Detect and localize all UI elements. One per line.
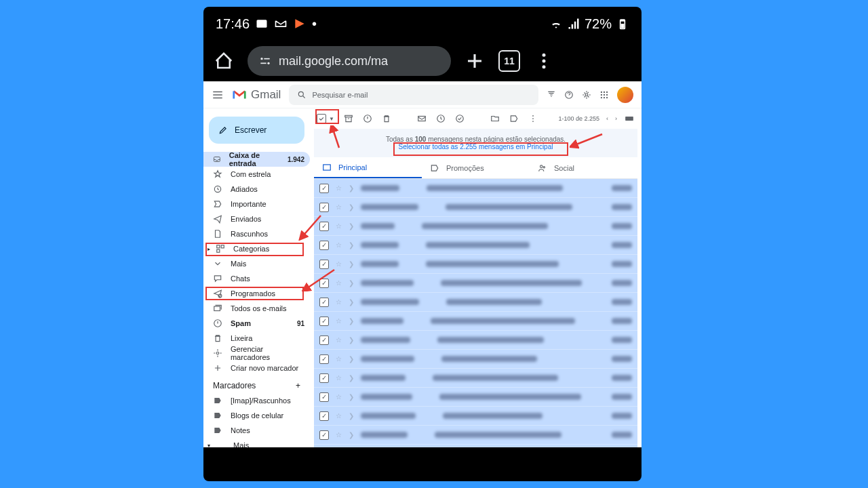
important-icon[interactable]: ❯ — [349, 412, 354, 420]
star-icon[interactable]: ☆ — [336, 241, 342, 249]
keyboard-icon[interactable] — [624, 114, 635, 123]
row-checkbox[interactable]: ✓ — [319, 373, 329, 383]
sidebar-item[interactable]: Mais — [203, 256, 310, 271]
important-icon[interactable]: ❯ — [349, 374, 354, 382]
mail-row[interactable]: ✓☆❯ — [314, 255, 637, 274]
sidebar-item[interactable]: Rascunhos — [203, 226, 310, 241]
mail-row[interactable]: ✓☆❯ — [314, 426, 637, 445]
row-checkbox[interactable]: ✓ — [319, 241, 329, 250]
sidebar-item[interactable]: Adiados — [203, 182, 310, 197]
sidebar-item[interactable]: Lixeira — [203, 331, 310, 346]
mail-row[interactable]: ✓☆❯ — [314, 236, 637, 255]
important-icon[interactable]: ❯ — [349, 241, 354, 249]
spam-icon[interactable] — [363, 114, 372, 123]
star-icon[interactable]: ☆ — [336, 374, 342, 382]
tab[interactable]: Social — [530, 157, 637, 178]
home-icon[interactable] — [214, 51, 234, 71]
select-all-link[interactable]: Selecionar todas as 2.255 mensagens em P… — [399, 143, 553, 150]
row-checkbox[interactable]: ✓ — [319, 430, 329, 440]
important-icon[interactable]: ❯ — [349, 298, 354, 306]
star-icon[interactable]: ☆ — [336, 355, 342, 363]
mail-row[interactable]: ✓☆❯ — [314, 312, 637, 331]
next-page-icon[interactable]: › — [615, 115, 617, 122]
important-icon[interactable]: ❯ — [349, 355, 354, 363]
new-tab-icon[interactable] — [465, 51, 485, 71]
delete-icon[interactable] — [382, 114, 391, 123]
menu-icon[interactable] — [534, 51, 554, 71]
avatar[interactable] — [617, 87, 633, 103]
compose-button[interactable]: Escrever — [209, 117, 304, 144]
label-item[interactable]: [Imap]/Rascunhos — [203, 393, 310, 408]
row-checkbox[interactable]: ✓ — [319, 354, 329, 364]
sidebar-item[interactable]: Criar novo marcador — [203, 361, 310, 375]
star-icon[interactable]: ☆ — [336, 393, 342, 401]
star-icon[interactable]: ☆ — [336, 184, 342, 192]
important-icon[interactable]: ❯ — [349, 222, 354, 230]
star-icon[interactable]: ☆ — [336, 336, 342, 344]
sidebar-item[interactable]: Programados — [203, 286, 310, 301]
star-icon[interactable]: ☆ — [336, 431, 342, 439]
star-icon[interactable]: ☆ — [336, 203, 342, 211]
gmail-logo[interactable]: Gmail — [232, 87, 281, 102]
mail-row[interactable]: ✓☆❯ — [314, 293, 637, 312]
mark-read-icon[interactable] — [417, 114, 427, 123]
sidebar-item[interactable]: Todos os e-mails — [203, 301, 310, 316]
star-icon[interactable]: ☆ — [336, 260, 342, 268]
star-icon[interactable]: ☆ — [336, 412, 342, 420]
important-icon[interactable]: ❯ — [349, 184, 354, 192]
row-checkbox[interactable]: ✓ — [319, 336, 329, 345]
prev-page-icon[interactable]: ‹ — [606, 115, 608, 122]
snooze-icon[interactable] — [436, 114, 446, 123]
settings-icon[interactable] — [582, 90, 591, 100]
sidebar-item[interactable]: Enviados — [203, 211, 310, 226]
important-icon[interactable]: ❯ — [349, 336, 354, 344]
select-dropdown-icon[interactable]: ▼ — [329, 116, 334, 122]
important-icon[interactable]: ❯ — [349, 279, 354, 287]
sidebar-item[interactable]: Spam91 — [203, 316, 310, 331]
tab[interactable]: Promoções — [422, 157, 530, 178]
label-item[interactable]: Blogs de celular — [203, 408, 310, 423]
mail-row[interactable]: ✓☆❯ — [314, 350, 637, 369]
star-icon[interactable]: ☆ — [336, 222, 342, 230]
star-icon[interactable]: ☆ — [336, 317, 342, 325]
mail-row[interactable]: ✓☆❯ — [314, 407, 637, 426]
mail-row[interactable]: ✓☆❯ — [314, 217, 637, 236]
select-checkbox[interactable] — [317, 114, 326, 123]
star-icon[interactable]: ☆ — [336, 279, 342, 287]
add-label-icon[interactable]: + — [296, 381, 300, 390]
filter-icon[interactable] — [547, 90, 556, 100]
tab[interactable]: Principal — [314, 157, 422, 178]
important-icon[interactable]: ❯ — [349, 260, 354, 268]
label-icon[interactable] — [509, 114, 519, 123]
important-icon[interactable]: ❯ — [349, 431, 354, 439]
row-checkbox[interactable]: ✓ — [319, 203, 329, 212]
label-item[interactable]: ▾Mais — [203, 438, 310, 447]
mail-row[interactable]: ✓☆❯ — [314, 179, 637, 198]
row-checkbox[interactable]: ✓ — [319, 222, 329, 231]
row-checkbox[interactable]: ✓ — [319, 184, 329, 193]
mail-row[interactable]: ✓☆❯ — [314, 331, 637, 350]
row-checkbox[interactable]: ✓ — [319, 279, 329, 288]
row-checkbox[interactable]: ✓ — [319, 298, 329, 307]
move-icon[interactable] — [490, 114, 500, 123]
sidebar-item[interactable]: Chats — [203, 271, 310, 286]
help-icon[interactable] — [564, 90, 574, 100]
label-item[interactable]: Notes — [203, 423, 310, 438]
mail-row[interactable]: ✓☆❯ — [314, 274, 637, 293]
important-icon[interactable]: ❯ — [349, 317, 354, 325]
mail-row[interactable]: ✓☆❯ — [314, 369, 637, 388]
apps-icon[interactable] — [599, 90, 609, 100]
row-checkbox[interactable]: ✓ — [319, 317, 329, 326]
task-icon[interactable] — [455, 114, 465, 123]
archive-icon[interactable] — [344, 114, 353, 123]
mail-row[interactable]: ✓☆❯ — [314, 198, 637, 217]
sidebar-item[interactable]: ▸Categorias — [203, 241, 310, 256]
row-checkbox[interactable]: ✓ — [319, 392, 329, 402]
important-icon[interactable]: ❯ — [349, 393, 354, 401]
mail-row[interactable]: ✓☆❯ — [314, 388, 637, 407]
row-checkbox[interactable]: ✓ — [319, 260, 329, 269]
more-icon[interactable] — [528, 114, 538, 123]
url-bar[interactable]: mail.google.com/ma — [248, 46, 451, 76]
sidebar-item[interactable]: Caixa de entrada1.942 — [203, 152, 310, 167]
sidebar-item[interactable]: Importante — [203, 197, 310, 211]
